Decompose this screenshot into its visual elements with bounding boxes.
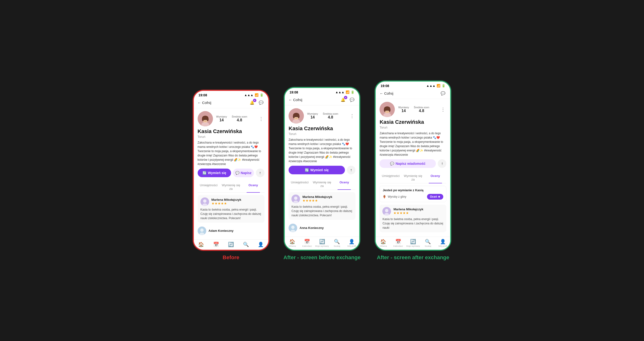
reviewer-name: Marlena Mikołajczyk — [302, 195, 332, 199]
tab-umiejętności[interactable]: Umiejętności — [288, 179, 311, 190]
status-time: 19:08 — [290, 90, 298, 94]
svg-point-5 — [202, 117, 204, 121]
tab-umiejętności[interactable]: Umiejętności — [198, 181, 220, 192]
bottom-nav: 🏠 📅 🔄 🔍 👤 — [194, 239, 268, 250]
profile-section: Wymiany 14 Średnia ocen 4.8 ⋮ Kasia Czer… — [285, 105, 359, 179]
reviewer-stars: ★★★★★ — [212, 202, 241, 205]
nav-item-label-1: Kalendarz — [393, 245, 403, 247]
exchange-prompt: Jesteś po wymianie z Kasią 🏺 Wyroby z gl… — [380, 186, 446, 202]
profile-stats: Wymiany 14 Średnia ocen 4.8 — [307, 112, 346, 119]
more-options-button[interactable]: ⋮ — [440, 107, 446, 112]
wifi-icon: 📶 — [346, 90, 350, 94]
back-button[interactable]: ← Cofnij — [288, 98, 302, 102]
reviews-section: Marlena Mikołajczyk ★★★★★ Kasia to świet… — [285, 190, 359, 237]
nav-item-2[interactable]: 🔄 Moje wymiany — [314, 239, 330, 247]
profile-city: Toruń — [380, 126, 446, 129]
more-options-button[interactable]: ⋮ — [258, 116, 264, 122]
exchange-prompt-row: 🏺 Wyroby z gliny Oceń ★ — [383, 194, 443, 200]
wymien-button[interactable]: 🔄 Wymień się — [198, 169, 231, 177]
profile-bio: Zakochana w kreatywności i wolności, a d… — [198, 140, 264, 166]
signal-icon: ▲▲▲ — [426, 84, 436, 87]
profile-top: Wymiany 14 Średnia ocen 4.8 ⋮ — [198, 111, 264, 126]
phone-wrapper-after-after-exchange: 19:08 ▲▲▲ 📶 🔋 ← Cofnij 💬 — [375, 81, 451, 261]
profile-stats: Wymiany 14 Średnia ocen 4.8 — [216, 115, 254, 122]
nav-item-1[interactable]: 📅 Kalendarz — [300, 239, 314, 247]
share-button[interactable]: ↑ — [256, 169, 264, 177]
phone-label-before: Before — [223, 254, 240, 261]
review-header: Marlena Mikołajczyk ★★★★★ — [382, 207, 444, 216]
svg-point-36 — [388, 108, 390, 112]
stat-wymiany-value: 14 — [310, 115, 315, 119]
profile-section: Wymiany 14 Średnia ocen 4.8 ⋮ Kasia Czer… — [194, 108, 268, 181]
nav-item-0[interactable]: 🏠 — [194, 242, 208, 247]
tab-oceny[interactable]: Oceny — [424, 172, 446, 183]
tab-oceny[interactable]: Oceny — [242, 181, 264, 192]
napisz-button[interactable]: 💬 Napisz — [233, 169, 254, 177]
share-button[interactable]: ↑ — [438, 159, 446, 168]
napisz-wiadomosc-button[interactable]: 💬 Napisz wiadomość — [380, 159, 436, 168]
message-button[interactable]: 💬 — [440, 90, 446, 97]
share-button[interactable]: ↑ — [347, 166, 356, 174]
next-reviewer-preview: Anna Konieczny — [288, 222, 356, 234]
tab-wymienię-się-za[interactable]: Wymienię się za — [220, 181, 242, 192]
profile-tabs: Umiejętności Wymienię się za Oceny — [198, 181, 264, 193]
message-button[interactable]: 💬 — [349, 97, 356, 103]
reviewer-name: Marlena Mikołajczyk — [212, 198, 241, 202]
notification-button[interactable]: 🔔 4 — [340, 97, 346, 103]
nav-item-icon-4: 👤 — [349, 239, 355, 244]
rate-button[interactable]: Oceń ★ — [427, 194, 443, 200]
more-options-button[interactable]: ⋮ — [349, 113, 356, 119]
share-icon: ↑ — [441, 161, 443, 166]
reviewer-avatar — [200, 197, 209, 206]
nav-item-1[interactable]: 📅 Kalendarz — [391, 239, 406, 247]
wifi-icon: 📶 — [436, 84, 440, 87]
profile-tabs: Umiejętności Wymienię się za Oceny — [380, 172, 446, 183]
nav-item-3[interactable]: 🔍 — [238, 242, 253, 247]
nav-item-icon-3: 🔍 — [243, 242, 249, 247]
action-buttons: 🔄 Wymień się 💬 Napisz ↑ — [198, 169, 264, 177]
tab-oceny[interactable]: Oceny — [333, 179, 356, 190]
nav-item-label-2: Moje wymiany — [315, 245, 329, 247]
nav-item-0[interactable]: 🏠 Główna — [285, 239, 300, 247]
status-icons: ▲▲▲ 📶 🔋 — [244, 93, 264, 97]
phone-label-after-after-exchange: After - screen after exchange — [377, 254, 449, 261]
status-time: 19:08 — [380, 84, 389, 88]
nav-item-2[interactable]: 🔄 — [224, 242, 238, 247]
nav-item-0[interactable]: 🏠 Główna — [376, 239, 390, 247]
nav-item-4[interactable]: 👤 Mój profil — [344, 239, 359, 247]
review-card: Marlena Mikołajczyk ★★★★★ Kasia to świet… — [288, 192, 356, 220]
profile-name: Kasia Czerwińska — [380, 119, 446, 125]
notification-button[interactable]: 🔔 4 — [249, 99, 256, 106]
nav-item-1[interactable]: 📅 — [208, 242, 224, 247]
back-button[interactable]: ← Cofnij — [380, 91, 393, 95]
nav-item-4[interactable]: 👤 Mój profil — [436, 239, 450, 247]
wymien-button[interactable]: 🔄 Wymień się — [288, 166, 345, 174]
nav-item-3[interactable]: 🔍 Szukaj — [420, 239, 436, 247]
review-header: Marlena Mikołajczyk ★★★★★ — [200, 197, 262, 206]
nav-item-label-4: Mój profil — [438, 245, 447, 247]
nav-item-2[interactable]: 🔄 Moje wymiany — [406, 239, 420, 247]
next-reviewer-name: Adam Konieczny — [208, 229, 234, 233]
next-reviewer-avatar — [288, 224, 297, 232]
chat-icon: 💬 — [350, 97, 354, 102]
stat-wymiany: Wymiany 14 — [216, 115, 227, 122]
profile-section: Wymiany 14 Średnia ocen 4.8 ⋮ Kasia Czer… — [376, 99, 450, 172]
nav-item-4[interactable]: 👤 — [253, 242, 268, 247]
stat-wymiany-label: Wymiany — [216, 115, 227, 118]
nav-item-3[interactable]: 🔍 Szukaj — [330, 239, 344, 247]
tab-wymienię-się-za[interactable]: Wymienię się za — [311, 179, 333, 190]
profile-bio: Zakochana w kreatywności i wolności, a d… — [380, 131, 446, 157]
message-button[interactable]: 💬 — [258, 99, 264, 106]
svg-point-7 — [204, 119, 204, 120]
nav-item-label-3: Szukaj — [334, 245, 340, 247]
tab-umiejętności[interactable]: Umiejętności — [380, 172, 402, 183]
stat-oceny-value: 4.8 — [328, 115, 333, 119]
nav-item-icon-3: 🔍 — [334, 239, 340, 244]
back-button[interactable]: ← Cofnij — [198, 101, 211, 105]
tab-wymienię-się-za[interactable]: Wymienię się za — [402, 172, 424, 183]
stat-oceny-value: 4.8 — [419, 109, 424, 113]
profile-city: Toruń — [288, 132, 356, 136]
wymien-label: Wymień się — [208, 171, 226, 175]
nav-bar: ← Cofnij 💬 — [376, 89, 450, 99]
nav-bar: ← Cofnij 🔔 4 💬 — [285, 95, 359, 105]
